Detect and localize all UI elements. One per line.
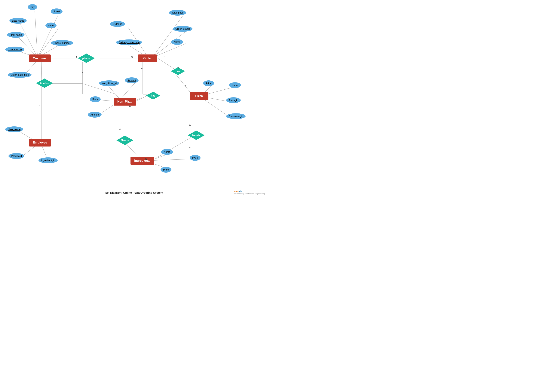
relation-needs-nonpizza: Needs: [116, 136, 133, 145]
svg-line-13: [152, 31, 187, 58]
attr-ingredient-price: Price: [161, 167, 171, 173]
label-1-finalize-employee: 1: [39, 105, 40, 108]
attr-order-status: Name: [171, 39, 183, 45]
svg-line-15: [158, 58, 176, 70]
attr-pizza-amount: Price: [203, 80, 214, 86]
attr-last-name: Last_name: [9, 18, 27, 24]
svg-line-20: [41, 61, 42, 81]
svg-line-0: [35, 11, 37, 58]
svg-line-2: [20, 23, 37, 58]
relation-has-nonpizza: has: [146, 92, 160, 100]
relation-needs-pizza: Needs: [188, 131, 205, 140]
entity-ingredients: Ingredients: [130, 157, 154, 165]
label-n-ingredients-from-nonpizza: N: [145, 157, 147, 160]
attr-order-id: Delivery_date_time: [116, 39, 142, 45]
attr-nonpizza-price: Amount: [88, 112, 102, 118]
attr-ingredient-name: Price: [190, 155, 200, 161]
svg-line-14: [152, 44, 186, 58]
entity-employee: Employee: [29, 139, 51, 146]
attr-pizza-name: Pizza_id: [226, 97, 241, 103]
relation-places: places: [78, 54, 95, 63]
label-n-places-order: N: [131, 56, 133, 58]
attr-street: Street: [51, 9, 63, 14]
label-1-has-pizza: 1: [178, 67, 179, 70]
attr-employee-id: User_name: [5, 126, 23, 132]
attr-nonpizza-name: Non_Pizza_id: [99, 80, 119, 86]
svg-line-43: [150, 159, 195, 161]
diagram-container: Customer Order Non_Pizza Pizza Employee …: [0, 0, 268, 186]
label-1-places-customer: 1: [76, 56, 77, 58]
attr-phone-number: Order_date_time: [8, 72, 32, 78]
attr-pizza-id: Employee_id: [226, 113, 245, 119]
attr-city: City: [28, 4, 37, 10]
attr-pizza-price: Name: [229, 82, 241, 88]
svg-line-12: [152, 15, 183, 58]
entity-customer: Customer: [29, 55, 51, 62]
entity-order: Order: [138, 55, 157, 62]
svg-line-30: [120, 83, 135, 100]
attr-order-date-time: Order_id: [110, 21, 125, 27]
svg-line-16: [176, 75, 191, 94]
attr-house-number: email: [46, 23, 56, 28]
attr-user-name: Password: [9, 153, 24, 159]
attr-non-pizza-id: Amount: [125, 77, 139, 83]
label-n-has-pizza: N: [185, 84, 186, 87]
label-n-pizza-needs: N: [189, 124, 191, 126]
svg-line-35: [124, 142, 141, 158]
footer-title: ER Diagram: Online Pizza Ordering System: [0, 191, 268, 194]
relation-finalize: finalize: [36, 79, 53, 88]
label-n-ingredients-from-pizza: N: [189, 146, 191, 149]
label-n-has-nonpizza: N: [141, 67, 143, 70]
attr-total-price: Order_Status: [173, 26, 192, 32]
attr-customer-id: Customer_id: [5, 47, 24, 52]
attr-ingredient-id: Name: [161, 149, 173, 155]
attr-first-name: First_name: [7, 32, 25, 38]
creately-logo: creately www.creately.com • Online Diagr…: [234, 190, 265, 195]
label-n-nonpizza-has: N: [129, 105, 131, 108]
label-n-nonpizza-needs: N: [119, 127, 121, 130]
attr-password: ingredient_id: [38, 157, 58, 163]
attr-delivery-date-time: Total_price: [169, 10, 186, 16]
entity-nonpizza: Non_Pizza: [114, 98, 136, 106]
attr-nonpizza-amount: Price: [90, 96, 101, 102]
label-n-finalize: N: [82, 71, 83, 74]
label-1-order-has: 1: [163, 56, 165, 58]
attr-email: Phone_number: [51, 40, 73, 46]
svg-line-41: [156, 137, 191, 158]
svg-line-29: [108, 85, 120, 100]
entity-pizza: Pizza: [190, 92, 208, 100]
svg-line-1: [37, 15, 58, 58]
